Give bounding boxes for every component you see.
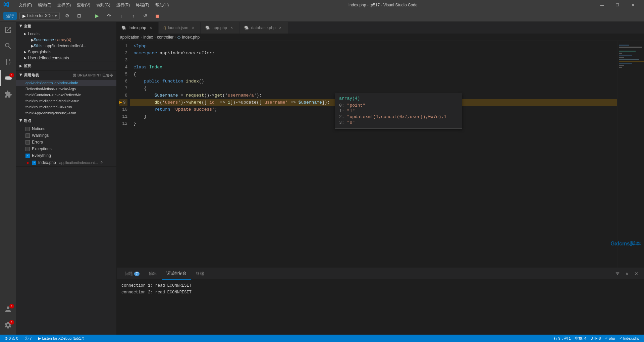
user-defined-item[interactable]: ▶ User defined constants xyxy=(16,55,116,61)
bp-everything[interactable]: ✓ Everything xyxy=(16,152,116,159)
activity-debug[interactable]: 1 xyxy=(0,70,16,86)
listen-label: Listen for XDet xyxy=(27,13,54,18)
callstack-item-4[interactable]: think\route\dispatch\Url->run xyxy=(16,104,116,110)
username-label: $username xyxy=(34,38,54,42)
status-file[interactable]: ✓ Index.php xyxy=(618,335,641,342)
breadcrumb-file[interactable]: Index.php xyxy=(182,35,200,40)
bp-errors-checkbox[interactable] xyxy=(25,140,30,145)
activity-accounts[interactable]: 1 xyxy=(0,301,16,317)
tab-indexphp-close[interactable]: × xyxy=(148,25,154,31)
bp-everything-label: Everything xyxy=(32,153,51,158)
activity-extensions[interactable] xyxy=(0,86,16,102)
activity-settings[interactable]: 1 xyxy=(0,317,16,333)
status-debug[interactable]: ▶ Listen for XDebug (tp517) xyxy=(37,335,86,342)
panel-filter-icon[interactable] xyxy=(613,269,622,278)
status-encoding[interactable]: UTF-8 xyxy=(589,335,602,342)
status-position[interactable]: 行 9，列 1 xyxy=(552,335,572,342)
code-token: } xyxy=(133,120,136,127)
activity-explorer[interactable] xyxy=(0,22,16,38)
code-token: } xyxy=(133,113,147,120)
status-spaces[interactable]: 空格: 4 xyxy=(574,335,588,342)
code-content[interactable]: <?php namespace app\index\controller; cl… xyxy=(130,41,617,268)
username-colon: : xyxy=(55,38,56,42)
tab-indexphp-icon: 🐘 xyxy=(121,25,126,30)
bp-exceptions[interactable]: Exceptions xyxy=(16,146,116,152)
tab-launchjson[interactable]: {} launch.json × xyxy=(159,22,201,34)
run-button[interactable]: 运行 xyxy=(3,12,17,20)
status-language[interactable]: ✓ php xyxy=(603,335,616,342)
callstack-item-5[interactable]: think\App->think\{closure}->run xyxy=(16,110,116,116)
this-var[interactable]: ▶ $this : app\index\controller\I... xyxy=(16,43,116,49)
activity-search[interactable] xyxy=(0,38,16,54)
tab-launchjson-close[interactable]: × xyxy=(190,25,196,31)
bp-notices-checkbox[interactable] xyxy=(25,127,30,131)
maximize-button[interactable]: ❐ xyxy=(610,0,625,10)
superglobals-item[interactable]: ▶ Superglobals xyxy=(16,49,116,55)
minimize-button[interactable]: — xyxy=(594,0,610,10)
debug-restart-icon[interactable]: ↺ xyxy=(141,11,150,20)
bp-warnings[interactable]: Warnings xyxy=(16,132,116,139)
bp-notices[interactable]: Notices xyxy=(16,125,116,132)
menu-run[interactable]: 运行(R) xyxy=(114,2,133,9)
panel-tab-problems[interactable]: 问题 7 xyxy=(120,268,144,280)
debug-stepout-icon[interactable]: ↑ xyxy=(128,11,138,20)
breadcrumb-application[interactable]: application xyxy=(120,35,139,40)
callstack-item-0[interactable]: app\index\controller\Index->inde xyxy=(16,80,116,86)
menu-view[interactable]: 查看(V) xyxy=(74,2,93,9)
tab-databasephp-close[interactable]: × xyxy=(278,25,283,31)
code-token: 'Update success' xyxy=(173,106,215,113)
code-editor[interactable]: 1 2 3 4 5 6 7 8 ▶9 10 11 12 xyxy=(117,41,644,268)
toolbar: 运行 ▶ Listen for XDet ▾ ⚙ ⊟ ▶ ↷ ↓ ↑ ↺ ◼ xyxy=(0,10,644,22)
close-button[interactable]: ✕ xyxy=(625,0,641,10)
layout-icon[interactable]: ⊟ xyxy=(74,11,84,20)
tab-appphp-close[interactable]: × xyxy=(229,25,234,31)
menu-goto[interactable]: 转到(G) xyxy=(94,2,113,9)
breadcrumb-controller[interactable]: controller xyxy=(157,35,173,40)
code-token: ([ xyxy=(202,99,207,106)
panel-tab-debug[interactable]: 调试控制台 xyxy=(162,268,191,280)
bp-warnings-checkbox[interactable] xyxy=(25,133,30,138)
variables-header[interactable]: ▶ 变量 xyxy=(16,22,116,31)
debug-continue-icon[interactable]: ▶ xyxy=(92,11,102,20)
watch-header[interactable]: ▶ 监视 xyxy=(16,61,116,70)
panel-tabs: 问题 7 输出 调试控制台 终端 xyxy=(117,268,644,280)
callstack-item-3[interactable]: think\route\dispatch\Module->run xyxy=(16,98,116,104)
panel-tab-output[interactable]: 输出 xyxy=(144,268,162,280)
menu-terminal[interactable]: 终端(T) xyxy=(133,2,152,9)
username-var[interactable]: ▶ $username : array(4) xyxy=(16,37,116,43)
settings-icon[interactable]: ⚙ xyxy=(62,11,72,20)
bp-indexphp-checkbox[interactable]: ✓ xyxy=(32,161,36,165)
menu-help[interactable]: 帮助(H) xyxy=(153,2,172,9)
code-token: 'username' xyxy=(262,99,288,106)
debug-stop-icon[interactable]: ◼ xyxy=(153,11,162,20)
listen-button[interactable]: ▶ Listen for XDet ▾ xyxy=(19,12,60,20)
panel-tab-terminal[interactable]: 终端 xyxy=(191,268,209,280)
bp-errors[interactable]: Errors xyxy=(16,139,116,146)
debug-stepinto-icon[interactable]: ↓ xyxy=(116,11,126,20)
status-errors[interactable]: ⊘ 0 ⚠ 0 xyxy=(3,335,19,342)
debug-stepover-icon[interactable]: ↷ xyxy=(104,11,114,20)
menu-edit[interactable]: 编辑(E) xyxy=(35,2,54,9)
tab-appphp-icon: 🐘 xyxy=(205,25,210,30)
bp-warnings-label: Warnings xyxy=(32,133,49,138)
code-token: ]); xyxy=(322,99,330,106)
menu-select[interactable]: 选择(S) xyxy=(55,2,73,9)
panel-close-icon[interactable]: ✕ xyxy=(632,269,641,278)
status-info[interactable]: ⓘ 7 xyxy=(23,335,33,342)
bp-exceptions-checkbox[interactable] xyxy=(25,147,30,151)
callstack-item-2[interactable]: think\Container->invokeReflectMe xyxy=(16,92,116,98)
callstack-header[interactable]: ▶ 调用堆栈 因 BREAKPOINT 已暂停 xyxy=(16,71,116,80)
bp-everything-checkbox[interactable]: ✓ xyxy=(25,154,30,158)
tab-appphp[interactable]: 🐘 app.php × xyxy=(201,22,239,34)
panel-up-icon[interactable]: ∧ xyxy=(623,269,631,278)
menu-file[interactable]: 文件(F) xyxy=(16,2,35,9)
callstack-item-1[interactable]: ReflectionMethod->invokeArgs xyxy=(16,86,116,92)
breadcrumb-index[interactable]: index xyxy=(143,35,153,40)
locals-item[interactable]: ▶ Locals xyxy=(16,31,116,37)
tab-indexphp[interactable]: 🐘 Index.php × xyxy=(117,22,159,34)
bp-indexphp[interactable]: ● ✓ Index.php application\index\cont... … xyxy=(16,159,116,166)
status-spaces-label: 空格: 4 xyxy=(575,336,586,341)
tab-databasephp[interactable]: 🐘 database.php × xyxy=(239,22,288,34)
activity-source-control[interactable] xyxy=(0,54,16,70)
breakpoints-header[interactable]: ▶ 断点 xyxy=(16,116,116,125)
